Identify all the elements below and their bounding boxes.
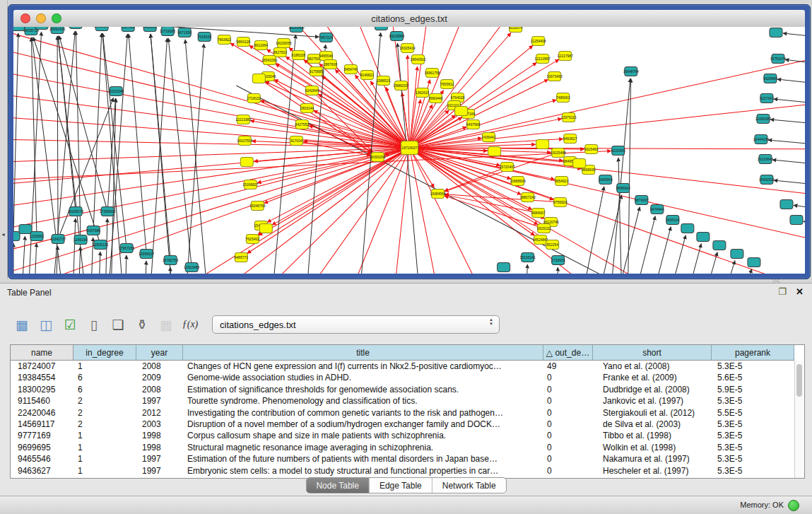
graph-edge[interactable]	[783, 33, 805, 37]
graph-node[interactable]	[498, 263, 510, 272]
graph-edge[interactable]	[410, 148, 456, 274]
graph-node[interactable]: 18724007	[401, 141, 418, 155]
graph-node[interactable]: 18300295	[370, 153, 385, 162]
graph-node[interactable]: 10688609	[510, 177, 526, 186]
graph-edge[interactable]	[410, 148, 805, 274]
graph-node[interactable]: 1588520	[377, 76, 391, 86]
graph-node[interactable]: 10653287	[94, 27, 110, 31]
graph-node[interactable]: 12213967	[535, 54, 551, 64]
graph-node[interactable]: 8990448	[429, 94, 443, 103]
column-settings-button[interactable]: ▦	[10, 314, 34, 335]
graph-edge[interactable]	[123, 255, 126, 274]
table-row[interactable]: 977716911998Corpus callosum shape and si…	[11, 430, 804, 441]
table-scrollbar[interactable]	[794, 361, 804, 478]
graph-node[interactable]: 11254408	[531, 37, 546, 46]
graph-edge[interactable]	[410, 148, 555, 180]
table-selector-dropdown[interactable]: citations_edges.txt ▲▼	[212, 315, 500, 334]
graph-node[interactable]: 2803144	[300, 104, 314, 113]
table-row[interactable]: 1830029562008Estimation of significance …	[11, 384, 804, 395]
collapse-left-panel-button[interactable]: ◄	[1, 232, 6, 237]
graph-node[interactable]	[536, 140, 549, 149]
graph-node[interactable]: 9756928	[553, 198, 567, 207]
graph-node[interactable]: 8186328	[292, 51, 306, 60]
graph-node[interactable]: 2935114	[666, 216, 679, 225]
graph-node[interactable]: 7955812	[440, 80, 454, 89]
memory-status-dot[interactable]	[788, 500, 799, 511]
graph-node[interactable]: 19218986	[389, 32, 404, 41]
graph-edge[interactable]	[143, 261, 146, 274]
graph-node[interactable]	[240, 158, 253, 167]
graph-node[interactable]: 20206576	[68, 207, 83, 216]
graph-node[interactable]: 8813054	[375, 27, 389, 30]
window-titlebar[interactable]: citations_edges.txt	[13, 10, 805, 28]
tab-network-table[interactable]: Network Table	[433, 478, 506, 493]
graph-node[interactable]	[790, 216, 803, 225]
graph-edge[interactable]	[267, 49, 410, 148]
graph-edge[interactable]	[524, 264, 528, 274]
graph-edge[interactable]	[698, 261, 735, 274]
graph-edge[interactable]	[410, 79, 548, 148]
column-header-pagerank[interactable]: pagerank	[712, 345, 794, 361]
create-table-button[interactable]: ❏	[106, 314, 130, 335]
delete-table-button[interactable]: ⚱	[130, 314, 154, 335]
graph-node[interactable]	[35, 27, 48, 30]
graph-edge[interactable]	[410, 27, 541, 148]
graph-node[interactable]: 12217987	[558, 52, 573, 61]
graph-edge[interactable]	[57, 36, 58, 239]
graph-node[interactable]: 7485063	[556, 93, 570, 103]
graph-node[interactable]: 18640910	[410, 55, 425, 64]
column-header-out_de[interactable]: △ out_de…	[543, 345, 593, 361]
graph-node[interactable]: 9463627	[563, 134, 577, 144]
column-header-name[interactable]: name	[11, 345, 73, 361]
graph-node[interactable]: 10719185	[160, 27, 175, 36]
graph-edge[interactable]	[13, 27, 410, 148]
graph-node[interactable]: 15692931	[759, 175, 775, 185]
graph-edge[interactable]	[33, 37, 100, 245]
graph-edge[interactable]	[777, 79, 805, 84]
graph-edge[interactable]	[714, 269, 752, 274]
graph-node[interactable]: 7857224	[319, 33, 334, 42]
graph-node[interactable]: 8912954	[254, 41, 269, 50]
graph-node[interactable]: 15882037	[393, 81, 408, 90]
graph-node[interactable]: 2436442	[482, 133, 496, 142]
graph-node[interactable]: 10958107	[139, 250, 154, 259]
column-header-year[interactable]: year	[136, 345, 183, 361]
row-height-button[interactable]: ▯	[82, 314, 106, 335]
graph-node[interactable]: 12093387	[755, 115, 771, 124]
graph-node[interactable]	[748, 258, 760, 267]
table-row[interactable]: 1938455462009Genome-wide association stu…	[11, 372, 804, 383]
graph-node[interactable]: 17359928	[100, 207, 115, 216]
table-scrollbar-thumb[interactable]	[796, 364, 802, 397]
graph-node[interactable]: 12444154	[753, 135, 769, 144]
graph-edge[interactable]	[647, 235, 686, 274]
graph-node[interactable]: 917004	[290, 136, 302, 146]
graph-edge[interactable]	[410, 148, 805, 248]
graph-node[interactable]: 12213383	[235, 115, 251, 124]
table-row[interactable]: 946362711997Embryonic stem cells: a mode…	[11, 465, 804, 477]
graph-node[interactable]: 1615132	[537, 224, 551, 233]
column-header-in_degree[interactable]: in_degree	[73, 345, 136, 361]
graph-node[interactable]: 15136141	[520, 253, 536, 262]
graph-node[interactable]	[13, 232, 20, 241]
table-row[interactable]: 911546021997Tourette syndrome. Phenomeno…	[11, 395, 804, 407]
graph-node[interactable]: 15720407	[499, 163, 514, 172]
select-rows-button[interactable]: ☑	[58, 314, 82, 335]
graph-node[interactable]: 16543382	[261, 56, 277, 65]
graph-node[interactable]: 8454749	[344, 65, 358, 74]
memory-status[interactable]: Memory: OK	[740, 501, 784, 509]
graph-node[interactable]: 8427552	[295, 120, 310, 129]
graph-node[interactable]: 15751074	[770, 54, 786, 64]
graph-node[interactable]: 6497568	[466, 120, 481, 129]
graph-node[interactable]: 8958924	[616, 184, 630, 193]
graph-node[interactable]	[780, 200, 793, 209]
graph-edge[interactable]	[96, 252, 100, 274]
graph-edge[interactable]	[774, 99, 805, 104]
graph-node[interactable]	[252, 74, 265, 83]
graph-node[interactable]	[713, 241, 726, 250]
graph-node[interactable]	[488, 147, 501, 156]
close-panel-icon[interactable]: ✕	[796, 287, 804, 297]
graph-node[interactable]	[455, 107, 468, 116]
graph-node[interactable]: 10025488	[551, 148, 566, 158]
graph-edge[interactable]	[384, 148, 409, 274]
graph-node[interactable]: 16961758	[424, 69, 440, 78]
